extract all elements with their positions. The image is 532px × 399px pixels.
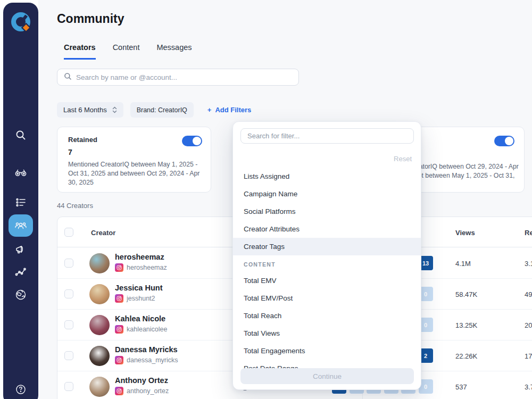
instagram-icon: [115, 387, 123, 395]
views-value: 4.1M: [455, 260, 471, 268]
filter-item[interactable]: Total Engagements: [233, 342, 421, 360]
creator-handle-line: jesshunt2: [115, 294, 162, 303]
sidebar-analytics-icon[interactable]: [9, 261, 33, 283]
row-checkbox[interactable]: [64, 382, 73, 391]
sidebar-lists-icon[interactable]: [9, 191, 33, 213]
filter-list-content: Total EMVTotal EMV/PostTotal ReachTotal …: [233, 272, 421, 377]
creatoriq-logo[interactable]: [9, 10, 32, 34]
column-header-reach[interactable]: Reach: [525, 229, 532, 237]
card-title: Retained: [68, 136, 97, 144]
tab-bar: Creators Content Messages: [64, 43, 192, 60]
reset-button[interactable]: Reset: [394, 155, 412, 163]
creator-count: 44 Creators: [57, 202, 93, 210]
creator-search-bar[interactable]: [57, 69, 299, 86]
filter-list-main: Lists AssignedCampaign NameSocial Platfo…: [233, 168, 421, 255]
row-checkbox[interactable]: [64, 351, 73, 360]
creator-handle-line: anthony_ortez: [115, 387, 169, 395]
creator-name[interactable]: Kahlea Nicole: [115, 314, 167, 323]
instagram-icon: [115, 356, 123, 364]
retained-toggle[interactable]: [182, 136, 202, 146]
creator-name-block: Kahlea Nicole kahleanicolee: [115, 314, 167, 334]
views-value: 58.47K: [455, 290, 477, 298]
views-value: 22.26K: [455, 352, 477, 360]
sidebar-search-icon[interactable]: [9, 124, 33, 146]
reach-value: 3.1: [525, 260, 532, 268]
chevron-updown-icon: [112, 106, 117, 113]
instagram-icon: [115, 294, 123, 303]
row-checkbox[interactable]: [64, 259, 73, 268]
creator-handle[interactable]: jesshunt2: [127, 295, 155, 302]
creator-name-block: Jessica Hunt jesshunt2: [115, 284, 162, 303]
avatar[interactable]: [89, 253, 110, 273]
search-icon: [64, 72, 72, 82]
select-all-checkbox[interactable]: [64, 228, 73, 237]
filter-item[interactable]: Total EMV: [233, 272, 421, 289]
add-filters-dropdown: Reset Lists AssignedCampaign NameSocial …: [232, 121, 421, 390]
creator-name-block: herosheemaz herosheemaz: [115, 253, 167, 272]
creator-name[interactable]: Danessa Myricks: [115, 345, 178, 354]
continue-button[interactable]: Continue: [240, 368, 414, 384]
main-content: Community Creators Content Messages Last…: [38, 0, 532, 399]
creator-handle[interactable]: kahleanicolee: [127, 326, 167, 333]
row-checkbox[interactable]: [64, 320, 73, 329]
reach-value: 17: [525, 352, 532, 360]
filter-search-input[interactable]: [240, 128, 414, 144]
tab-messages[interactable]: Messages: [156, 43, 192, 60]
avatar[interactable]: [89, 284, 110, 304]
instagram-icon: [115, 325, 123, 334]
add-filters-button[interactable]: + Add Filters: [207, 106, 252, 114]
filter-row: Last 6 Months Brand: CreatorIQ + Add Fil…: [57, 102, 251, 118]
sidebar-network-icon[interactable]: [9, 284, 33, 306]
creator-name[interactable]: Anthony Ortez: [115, 376, 169, 385]
help-icon[interactable]: [9, 378, 33, 399]
creator-name[interactable]: herosheemaz: [115, 253, 167, 261]
filter-item[interactable]: Social Platforms: [233, 203, 421, 220]
creator-name-block: Danessa Myricks danessa_myricks: [115, 345, 178, 364]
creator-handle-line: herosheemaz: [115, 263, 167, 272]
sidebar-community-icon-active[interactable]: [9, 214, 33, 237]
reach-value: 3.7: [525, 383, 532, 391]
avatar[interactable]: [89, 377, 110, 397]
views-value: 537: [455, 383, 467, 391]
sidebar-discover-icon[interactable]: [9, 161, 33, 184]
creator-handle[interactable]: danessa_myricks: [127, 356, 178, 364]
filter-item[interactable]: Creator Attributes: [233, 220, 421, 238]
reach-value: 49: [525, 290, 532, 298]
plus-icon: +: [207, 106, 212, 114]
filter-item[interactable]: Total EMV/Post: [233, 289, 421, 307]
page-title: Community: [57, 12, 124, 26]
retained-card: Retained 7 Mentioned CreatorIQ between M…: [57, 127, 211, 193]
row-checkbox[interactable]: [64, 289, 73, 298]
reach-value: 20: [525, 321, 532, 329]
card-value: 7: [68, 148, 72, 156]
creator-name-block: Anthony Ortez anthony_ortez: [115, 376, 169, 395]
creator-name[interactable]: Jessica Hunt: [115, 284, 162, 292]
avatar[interactable]: [89, 346, 110, 366]
card-description: Mentioned CreatorIQ between May 1, 2025 …: [68, 160, 204, 187]
sidebar-campaigns-icon[interactable]: [9, 238, 33, 261]
search-input[interactable]: [76, 73, 292, 81]
filter-section-label: CONTENT: [233, 255, 421, 272]
column-header-creator[interactable]: Creator: [91, 229, 115, 237]
filter-list: Lists AssignedCampaign NameSocial Platfo…: [233, 168, 421, 377]
avatar[interactable]: [89, 315, 110, 335]
app-window: Community Creators Content Messages Last…: [0, 0, 532, 399]
lost-toggle[interactable]: [494, 136, 514, 146]
views-value: 13.25K: [455, 321, 477, 329]
instagram-icon: [115, 263, 123, 272]
filter-item[interactable]: Campaign Name: [233, 185, 421, 203]
filter-item[interactable]: Total Reach: [233, 307, 421, 325]
sidebar: [3, 3, 38, 399]
tab-creators[interactable]: Creators: [64, 43, 96, 60]
tab-content[interactable]: Content: [113, 43, 140, 60]
date-range-select[interactable]: Last 6 Months: [57, 102, 123, 118]
filter-item[interactable]: Creator Tags: [233, 238, 421, 255]
creator-handle[interactable]: herosheemaz: [127, 264, 167, 271]
filter-item[interactable]: Lists Assigned: [233, 168, 421, 185]
filter-item[interactable]: Total Views: [233, 325, 421, 342]
column-header-views[interactable]: Views: [455, 229, 475, 237]
creator-handle-line: danessa_myricks: [115, 356, 178, 364]
creator-handle[interactable]: anthony_ortez: [127, 387, 169, 395]
creator-handle-line: kahleanicolee: [115, 325, 167, 334]
brand-filter-chip[interactable]: Brand: CreatorIQ: [130, 102, 194, 118]
